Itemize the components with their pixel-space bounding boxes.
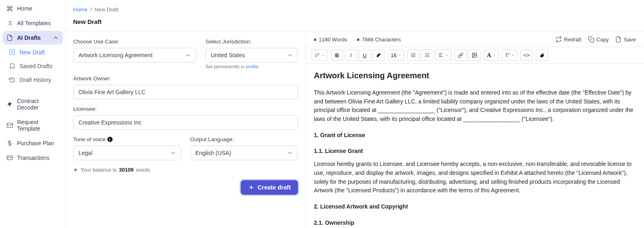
command-icon — [7, 5, 13, 12]
breadcrumb-home[interactable]: Home — [73, 6, 87, 13]
breadcrumb-current: New Draft — [95, 6, 118, 13]
main: Home / New Draft New Draft Choose Use Ca… — [66, 0, 644, 228]
editor-stats: 1180 Words 7888 Characters Redraft Copy … — [306, 31, 644, 47]
eraser-icon — [539, 52, 545, 58]
sidebar-item-draft-history[interactable]: Draft History — [5, 73, 63, 87]
sidebar-label: Request Template — [17, 119, 59, 132]
chevron-down-icon — [493, 54, 496, 57]
wand-icon — [314, 52, 320, 58]
breadcrumb-sep: / — [89, 6, 94, 13]
bold-button[interactable]: B — [331, 49, 343, 61]
editor-body[interactable]: Artwork Licensing Agreement This Artwork… — [306, 64, 644, 228]
content-row: Choose Use Case: Artwork Licensing Agree… — [66, 31, 644, 228]
doc-para: This Artwork Licensing Agreement (the "A… — [314, 88, 636, 124]
align-button[interactable] — [435, 49, 451, 61]
history-icon — [9, 77, 15, 83]
sidebar-item-transactions[interactable]: Transactions — [2, 151, 63, 165]
lang-select[interactable]: English (USA) — [190, 146, 298, 160]
sidebar-item-request-template[interactable]: Request Template — [2, 115, 63, 136]
plus-icon — [248, 184, 255, 191]
sidebar-label: All Templates — [17, 20, 51, 26]
editor-panel: 1180 Words 7888 Characters Redraft Copy … — [306, 31, 644, 228]
sidebar-label: Transactions — [17, 155, 50, 161]
link-button[interactable] — [455, 49, 467, 61]
word-count: 1180 Words — [314, 37, 347, 43]
image-button[interactable] — [468, 49, 481, 61]
info-icon[interactable]: i — [107, 137, 113, 142]
sidebar-label: New Draft — [20, 49, 45, 56]
tone-label: Tone of voice i — [73, 136, 181, 142]
card-icon — [7, 155, 13, 161]
sidebar-item-home[interactable]: Home — [2, 2, 63, 15]
save-icon — [615, 36, 622, 43]
jurisdiction-hint: Set permanently in profile — [205, 64, 298, 69]
link-icon — [458, 52, 463, 58]
ol-button[interactable] — [421, 49, 433, 61]
use-case-select[interactable]: Artwork Licensing Agreement — [73, 48, 196, 62]
doc-heading: 1. Grant of License — [314, 131, 636, 140]
copy-button[interactable]: Copy — [588, 36, 609, 43]
sidebar-label: Draft History — [20, 77, 51, 83]
balance-text: Your balance is 30109 words — [73, 167, 298, 173]
page-title: New Draft — [66, 16, 644, 31]
highlight-icon — [376, 52, 381, 58]
doc-heading: 2. Licensed Artwork and Copyright — [314, 202, 636, 211]
bolt-icon — [73, 168, 78, 172]
sidebar-item-saved-drafts[interactable]: Saved Drafts — [5, 59, 63, 73]
bookmark-icon — [9, 63, 15, 69]
sidebar-item-templates[interactable]: All Templates — [2, 16, 63, 30]
jurisdiction-select[interactable]: United States — [205, 48, 298, 62]
svg-rect-11 — [7, 156, 12, 159]
dollar-icon — [7, 140, 13, 146]
tone-select[interactable]: Legal — [73, 146, 181, 160]
licensee-label: Licensee: — [73, 106, 298, 112]
svg-point-19 — [412, 54, 412, 54]
profile-link[interactable]: profile — [246, 64, 259, 69]
list-ol-icon — [424, 52, 430, 58]
chevron-down-icon — [445, 54, 448, 57]
sidebar-item-contract-decoder[interactable]: Contract Decoder — [2, 94, 63, 114]
doc-para: Licensor hereby grants to Licensee, and … — [314, 160, 636, 195]
eraser-button[interactable] — [536, 49, 548, 61]
char-count: 7888 Characters — [357, 37, 401, 43]
jurisdiction-label: Select Jurisdiction: — [205, 39, 298, 45]
ul-button[interactable] — [407, 49, 420, 61]
chevron-down-icon — [398, 54, 401, 57]
underline-button[interactable]: U — [359, 49, 371, 61]
highlight-button[interactable] — [372, 49, 385, 61]
sidebar-item-new-draft[interactable]: New Draft — [5, 45, 63, 59]
sidebar-label: AI Drafts — [17, 34, 41, 41]
align-icon — [438, 52, 444, 58]
image-icon — [472, 52, 477, 58]
sidebar-item-purchase-plan[interactable]: Purchase Plan — [2, 136, 63, 150]
text-format-button[interactable]: T! — [502, 49, 517, 61]
sidebar-label: Contract Decoder — [17, 98, 59, 111]
owner-input[interactable] — [73, 85, 298, 99]
chevron-down-icon — [511, 54, 514, 57]
lang-label: Output Language: — [190, 136, 298, 142]
use-case-label: Choose Use Case: — [73, 39, 196, 45]
doc-title: Artwork Licensing Agreement — [314, 69, 636, 82]
copy-icon — [588, 36, 594, 43]
bolt-icon — [7, 101, 13, 108]
save-button[interactable]: Save — [615, 36, 636, 43]
list-icon — [7, 20, 13, 26]
sidebar-label: Purchase Plan — [17, 140, 54, 146]
svg-rect-9 — [7, 123, 12, 128]
magic-button[interactable] — [311, 49, 328, 61]
font-size-select[interactable]: 16 — [388, 49, 404, 61]
licensee-input[interactable] — [73, 115, 298, 130]
italic-button[interactable]: I — [345, 49, 357, 61]
text-color-button[interactable]: A — [484, 49, 499, 61]
list-ul-icon — [411, 52, 416, 58]
mail-icon — [7, 122, 13, 129]
redraft-button[interactable]: Redraft — [555, 36, 581, 43]
doc-heading: 2.1. Ownership — [314, 219, 636, 228]
svg-point-21 — [412, 56, 412, 57]
create-draft-button[interactable]: Create draft — [241, 180, 298, 195]
doc-heading: 1.1. License Grant — [314, 147, 636, 156]
code-button[interactable]: </> — [520, 49, 533, 61]
sidebar-item-ai-drafts[interactable]: AI Drafts — [2, 31, 63, 45]
svg-point-29 — [474, 54, 474, 55]
sidebar-sub: New Draft Saved Drafts Draft History — [2, 45, 63, 87]
